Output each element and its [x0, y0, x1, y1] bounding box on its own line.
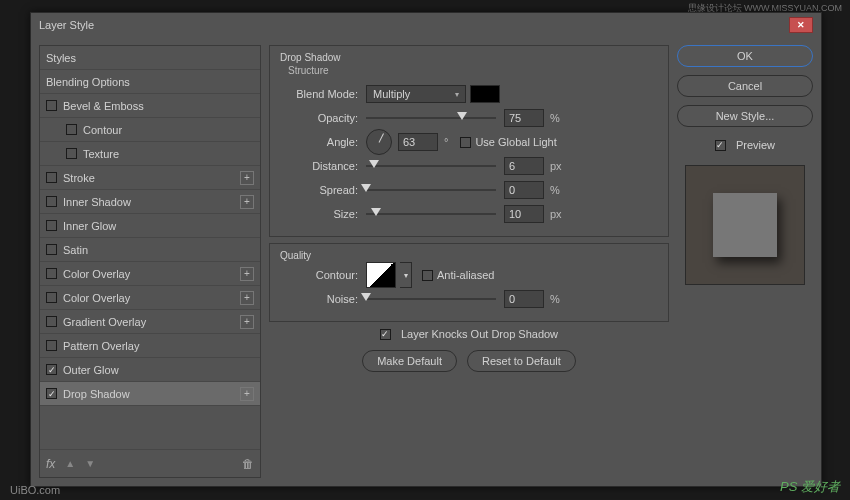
opacity-slider[interactable] [366, 111, 496, 125]
add-icon[interactable]: + [240, 315, 254, 329]
size-unit: px [550, 208, 562, 220]
preview-box [685, 165, 805, 285]
window-title: Layer Style [39, 19, 94, 31]
checkbox[interactable] [46, 292, 57, 303]
sidebar-label: Texture [83, 148, 254, 160]
sidebar-item-gradient-overlay[interactable]: Gradient Overlay+ [40, 310, 260, 334]
sidebar-label: Satin [63, 244, 254, 256]
styles-sidebar: StylesBlending OptionsBevel & EmbossCont… [39, 45, 261, 478]
sidebar-item-color-overlay[interactable]: Color Overlay+ [40, 262, 260, 286]
checkbox[interactable] [46, 220, 57, 231]
global-light-checkbox[interactable] [460, 137, 471, 148]
knockout-checkbox[interactable] [380, 329, 391, 340]
spread-input[interactable]: 0 [504, 181, 544, 199]
sidebar-label: Stroke [63, 172, 240, 184]
sidebar-label: Contour [83, 124, 254, 136]
size-input[interactable]: 10 [504, 205, 544, 223]
contour-picker[interactable] [366, 262, 396, 288]
sidebar-item-styles[interactable]: Styles [40, 46, 260, 70]
new-style-button[interactable]: New Style... [677, 105, 813, 127]
structure-title: Structure [288, 65, 658, 76]
add-icon[interactable]: + [240, 267, 254, 281]
sidebar-label: Color Overlay [63, 268, 240, 280]
checkbox[interactable] [46, 268, 57, 279]
checkbox[interactable] [46, 364, 57, 375]
ok-button[interactable]: OK [677, 45, 813, 67]
cancel-button[interactable]: Cancel [677, 75, 813, 97]
sidebar-footer: fx ▲ ▼ 🗑 [40, 449, 260, 477]
distance-slider[interactable] [366, 159, 496, 173]
sidebar-label: Outer Glow [63, 364, 254, 376]
titlebar: Layer Style ✕ [31, 13, 821, 37]
spread-slider[interactable] [366, 183, 496, 197]
trash-icon[interactable]: 🗑 [242, 457, 254, 471]
angle-dial[interactable] [366, 129, 392, 155]
reset-default-button[interactable]: Reset to Default [467, 350, 576, 372]
checkbox[interactable] [46, 100, 57, 111]
arrow-down-icon[interactable]: ▼ [85, 458, 95, 469]
fx-icon[interactable]: fx [46, 457, 55, 471]
sidebar-item-contour[interactable]: Contour [40, 118, 260, 142]
angle-degree: ° [444, 136, 448, 148]
noise-label: Noise: [280, 293, 366, 305]
checkbox[interactable] [46, 340, 57, 351]
url-watermark: UiBO.com [10, 484, 60, 496]
right-panel: OK Cancel New Style... Preview [677, 45, 813, 478]
add-icon[interactable]: + [240, 195, 254, 209]
checkbox[interactable] [46, 244, 57, 255]
preview-checkbox[interactable] [715, 140, 726, 151]
contour-label: Contour: [280, 269, 366, 281]
sidebar-item-inner-glow[interactable]: Inner Glow [40, 214, 260, 238]
checkbox[interactable] [66, 148, 77, 159]
contour-dropdown[interactable]: ▾ [400, 262, 412, 288]
checkbox[interactable] [46, 388, 57, 399]
noise-unit: % [550, 293, 560, 305]
distance-input[interactable]: 6 [504, 157, 544, 175]
close-button[interactable]: ✕ [789, 17, 813, 33]
size-slider[interactable] [366, 207, 496, 221]
checkbox[interactable] [46, 196, 57, 207]
opacity-label: Opacity: [280, 112, 366, 124]
antialiased-label: Anti-aliased [437, 269, 494, 281]
blend-mode-value: Multiply [373, 88, 410, 100]
add-icon[interactable]: + [240, 171, 254, 185]
noise-input[interactable]: 0 [504, 290, 544, 308]
knockout-label: Layer Knocks Out Drop Shadow [401, 328, 558, 340]
drop-shadow-title: Drop Shadow [280, 52, 658, 63]
antialiased-checkbox[interactable] [422, 270, 433, 281]
sidebar-item-blending-options[interactable]: Blending Options [40, 70, 260, 94]
layer-style-dialog: Layer Style ✕ StylesBlending OptionsBeve… [30, 12, 822, 487]
blend-mode-select[interactable]: Multiply ▾ [366, 85, 466, 103]
spread-label: Spread: [280, 184, 366, 196]
angle-label: Angle: [280, 136, 366, 148]
opacity-input[interactable]: 75 [504, 109, 544, 127]
make-default-button[interactable]: Make Default [362, 350, 457, 372]
preview-label: Preview [736, 139, 775, 151]
watermark-bottom: PS 爱好者 [780, 478, 840, 496]
sidebar-item-pattern-overlay[interactable]: Pattern Overlay [40, 334, 260, 358]
checkbox[interactable] [46, 172, 57, 183]
sidebar-item-bevel-emboss[interactable]: Bevel & Emboss [40, 94, 260, 118]
shadow-color-swatch[interactable] [470, 85, 500, 103]
structure-group: Drop Shadow Structure Blend Mode: Multip… [269, 45, 669, 237]
sidebar-item-drop-shadow[interactable]: Drop Shadow+ [40, 382, 260, 406]
sidebar-item-outer-glow[interactable]: Outer Glow [40, 358, 260, 382]
sidebar-label: Bevel & Emboss [63, 100, 254, 112]
sidebar-item-color-overlay[interactable]: Color Overlay+ [40, 286, 260, 310]
noise-slider[interactable] [366, 292, 496, 306]
sidebar-label: Inner Shadow [63, 196, 240, 208]
quality-title: Quality [280, 250, 658, 261]
quality-group: Quality Contour: ▾ Anti-aliased Noise: 0… [269, 243, 669, 322]
distance-label: Distance: [280, 160, 366, 172]
opacity-unit: % [550, 112, 560, 124]
add-icon[interactable]: + [240, 291, 254, 305]
sidebar-item-texture[interactable]: Texture [40, 142, 260, 166]
checkbox[interactable] [66, 124, 77, 135]
sidebar-item-inner-shadow[interactable]: Inner Shadow+ [40, 190, 260, 214]
arrow-up-icon[interactable]: ▲ [65, 458, 75, 469]
sidebar-item-satin[interactable]: Satin [40, 238, 260, 262]
sidebar-item-stroke[interactable]: Stroke+ [40, 166, 260, 190]
angle-input[interactable]: 63 [398, 133, 438, 151]
checkbox[interactable] [46, 316, 57, 327]
add-icon[interactable]: + [240, 387, 254, 401]
